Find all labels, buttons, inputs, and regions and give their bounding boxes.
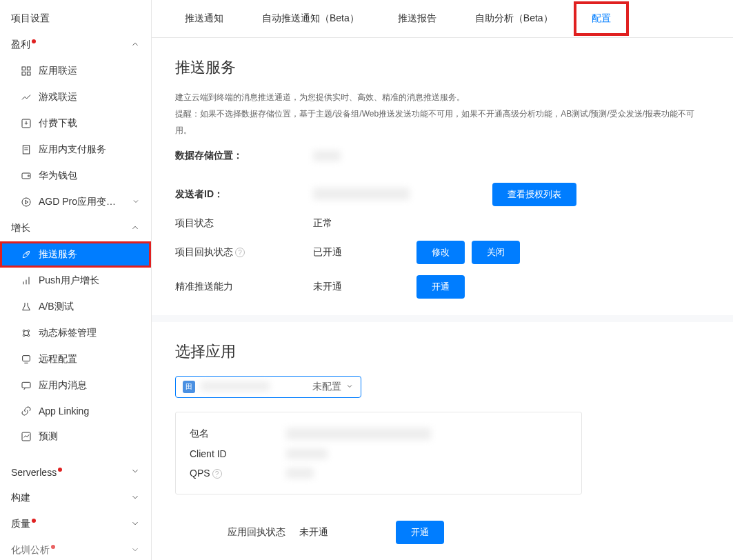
push-service-section: 推送服务 建立云端到终端的消息推送通道，为您提供实时、高效、精准的消息推送服务。…	[152, 38, 733, 322]
app-info-card: 包名 Client ID QPS?	[175, 412, 582, 494]
growth-icon	[21, 275, 32, 286]
sidebar-item-label: 应用联运	[39, 65, 77, 77]
receipt-status-value: 已开通	[313, 246, 416, 259]
svg-point-14	[28, 330, 30, 332]
main-content: 推送通知 自动推送通知（Beta） 推送报告 自助分析（Beta） 配置 推送服…	[152, 0, 733, 560]
sidebar-item-app-linking[interactable]: App Linking	[0, 399, 151, 423]
sidebar-item-label: A/B测试	[39, 301, 74, 313]
section-title: 选择应用	[175, 341, 710, 362]
chevron-down-icon	[130, 519, 140, 530]
svg-rect-1	[27, 67, 30, 70]
sidebar-item-label: 推送服务	[39, 248, 77, 261]
svg-rect-17	[23, 356, 30, 361]
chevron-down-icon	[345, 381, 354, 392]
modify-button[interactable]: 修改	[416, 241, 465, 264]
package-name-label: 包名	[190, 428, 286, 440]
tab-self-analysis[interactable]: 自助分析（Beta）	[456, 0, 572, 37]
svg-rect-3	[27, 72, 30, 75]
svg-point-12	[26, 252, 28, 254]
sidebar-item-dynamic-tag[interactable]: 动态标签管理	[0, 320, 151, 346]
sidebar-item-remote-config[interactable]: 远程配置	[0, 346, 151, 372]
sidebar-item-paid-download[interactable]: 付费下载	[0, 110, 151, 137]
sidebar-item-label: 动态标签管理	[39, 327, 97, 339]
sidebar-group-serverless[interactable]: Serverless	[0, 459, 151, 485]
sidebar-item-label: 远程配置	[39, 353, 77, 366]
svg-point-15	[23, 334, 25, 337]
view-auth-button[interactable]: 查看授权列表	[492, 183, 576, 206]
sidebar-group-quality[interactable]: 质量	[0, 511, 151, 537]
grid-icon	[21, 66, 32, 77]
wallet-icon	[21, 170, 32, 181]
svg-rect-2	[22, 72, 26, 75]
app-receipt-label: 应用回执状态	[223, 526, 285, 539]
enable-button[interactable]: 开通	[416, 275, 465, 299]
sidebar-item-agd-pro[interactable]: AGD Pro应用变…	[0, 189, 151, 215]
tab-config[interactable]: 配置	[572, 0, 630, 37]
sidebar-item-game-joint[interactable]: 游戏联运	[0, 84, 151, 110]
sidebar-group-analysis[interactable]: 化圳公析	[0, 537, 151, 560]
qps-label: QPS?	[190, 468, 286, 479]
sidebar-group-label: 化圳公析	[11, 544, 50, 555]
chevron-down-icon	[130, 492, 140, 504]
sidebar-item-label: 应用内消息	[39, 379, 87, 392]
qps-value	[286, 468, 314, 479]
precise-push-value: 未开通	[313, 281, 416, 293]
description-2: 提醒：如果不选择数据存储位置，基于主题/设备组/Web推送发送功能不可用，如果不…	[175, 106, 710, 139]
sidebar-group-label: 增长	[11, 222, 30, 234]
sidebar-group-label: Serverless	[11, 467, 57, 478]
app-config-status: 未配置	[312, 381, 341, 393]
svg-point-9	[28, 175, 29, 177]
sidebar-item-label: AGD Pro应用变…	[39, 196, 116, 208]
storage-label: 数据存储位置：	[175, 150, 313, 162]
close-button[interactable]: 关闭	[472, 241, 520, 264]
sidebar-group-growth[interactable]: 增长	[0, 215, 151, 241]
sidebar-item-label: App Linking	[39, 406, 89, 417]
sidebar-group-profit[interactable]: 盈利	[0, 32, 151, 58]
red-dot-icon	[32, 519, 36, 523]
help-icon[interactable]: ?	[235, 248, 245, 257]
enable-receipt-button[interactable]: 开通	[396, 521, 444, 544]
sidebar-item-label: 预测	[39, 430, 58, 443]
tab-push-report[interactable]: 推送报告	[379, 0, 456, 37]
sidebar-item-label: 华为钱包	[39, 170, 77, 182]
rocket-icon	[21, 249, 32, 260]
description-1: 建立云端到终端的消息推送通道，为您提供实时、高效、精准的消息推送服务。	[175, 89, 710, 106]
app-receipt-value: 未开通	[299, 526, 396, 539]
app-icon: 田	[183, 381, 195, 393]
sidebar-item-push-growth[interactable]: Push用户增长	[0, 268, 151, 294]
sidebar: 项目设置 盈利 应用联运 游戏联运 付费下载 应用内支付服务 华为钱包 AGD …	[0, 0, 152, 560]
svg-rect-19	[22, 382, 30, 388]
sidebar-item-predict[interactable]: 预测	[0, 423, 151, 450]
sender-label: 发送者ID：	[175, 188, 313, 201]
app-dropdown[interactable]: 田 未配置	[175, 376, 361, 398]
sidebar-item-wallet[interactable]: 华为钱包	[0, 163, 151, 189]
link-icon	[21, 406, 32, 417]
download-icon	[21, 118, 32, 129]
svg-point-16	[28, 334, 30, 337]
flask-icon	[21, 301, 32, 312]
precise-push-label: 精准推送能力	[175, 281, 313, 293]
project-status-label: 项目状态	[175, 217, 313, 230]
sidebar-item-iap[interactable]: 应用内支付服务	[0, 137, 151, 163]
tag-icon	[21, 328, 32, 339]
sidebar-group-build[interactable]: 构建	[0, 485, 151, 511]
sidebar-item-app-joint[interactable]: 应用联运	[0, 58, 151, 84]
tab-auto-push[interactable]: 自动推送通知（Beta）	[243, 0, 379, 37]
tab-push-notification[interactable]: 推送通知	[165, 0, 243, 37]
sidebar-item-in-app-msg[interactable]: 应用内消息	[0, 372, 151, 399]
sidebar-item-label: 游戏联运	[39, 91, 77, 103]
sidebar-item-ab-test[interactable]: A/B测试	[0, 294, 151, 320]
section-title: 推送服务	[175, 57, 710, 78]
sidebar-item-push-service[interactable]: 推送服务	[0, 241, 151, 268]
svg-point-13	[23, 330, 25, 332]
svg-rect-0	[22, 67, 26, 70]
sidebar-group-label: 质量	[11, 518, 30, 529]
sidebar-item-label: 付费下载	[39, 117, 77, 130]
chevron-down-icon	[130, 545, 140, 557]
svg-point-10	[22, 198, 30, 206]
app-receipt-row: 应用回执状态 未开通 开通	[223, 511, 710, 554]
sidebar-group-label: 构建	[11, 492, 30, 504]
red-dot-icon	[58, 468, 62, 472]
help-icon[interactable]: ?	[212, 469, 222, 479]
project-status-value: 正常	[313, 217, 416, 230]
